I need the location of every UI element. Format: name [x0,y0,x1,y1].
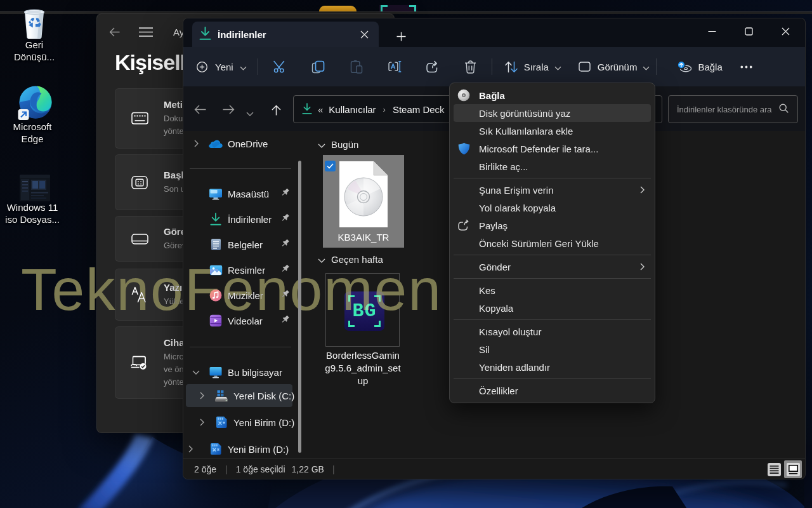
search-box[interactable]: İndirilenler klasöründe ara [668,95,798,123]
win11-folder-icon [2,173,63,202]
menu-separator [454,252,651,258]
file-kb3aik-tr[interactable]: KB3AIK_TR [323,155,404,248]
chevron-right-icon[interactable] [198,392,206,399]
chevron-right-icon[interactable] [187,445,194,453]
desktop-icon-recycle-bin[interactable]: GeriDönüşü... [4,6,65,63]
watermark-text: TeknoFenomen [21,256,442,324]
desktop-folder-icon [209,187,223,201]
trash-icon [464,60,478,74]
documents-folder-icon [209,237,223,251]
menu-item-kes[interactable]: Kes [454,281,651,299]
nav-back-icon[interactable] [194,105,206,117]
new-volume-icon [210,443,222,455]
menu-item-kısayol-oluştur[interactable]: Kısayol oluştur [454,323,651,340]
large-icons-view-button[interactable] [784,460,802,478]
breadcrumb-overflow-chevrons[interactable]: « [318,104,323,115]
share-icon [426,60,440,73]
delete-button[interactable] [464,60,478,74]
plus-circle-icon [195,60,209,74]
local-disk-icon [214,390,228,402]
file-name[interactable]: BorderlessGaming9.5.6_admin_setup [318,349,407,387]
menu-item-yol-olarak-kopyala[interactable]: Yol olarak kopyala [454,199,651,217]
command-bar: Yeni Sırala Görünüm Bağla [183,47,805,86]
toolbar-separator [656,58,657,75]
new-volume-icon [209,442,223,456]
menu-item-şuna-erişim-verin[interactable]: Şuna Erişim verin [454,181,651,199]
new-tab-button[interactable] [393,28,409,44]
nav-item-yerel-disk-c-[interactable]: Yerel Disk (C:) [186,384,292,407]
menu-item-gönder[interactable]: Gönder [454,258,651,276]
download-arrow-icon [199,27,211,40]
cut-button[interactable] [273,60,287,74]
chevron-right-icon[interactable] [192,140,200,147]
share-icon [457,220,470,231]
menu-item-microsoft-defender-ile-tara[interactable]: Microsoft Defender ile tara... [454,140,651,157]
menu-separator [454,175,651,181]
breadcrumb-steam-deck[interactable]: Steam Deck [393,104,445,115]
nav-up-icon[interactable] [272,105,281,118]
submenu-chevron-icon [640,262,645,272]
menu-item-label: Birlikte aç... [479,161,528,172]
nav-item-label: Yeni Birim (D:) [233,417,294,428]
status-bar: 2 öğe | 1 öğe seçildi 1,22 GB | [183,458,805,479]
menu-item-birlikte-aç[interactable]: Birlikte aç... [454,157,651,175]
chevron-right-icon[interactable] [198,418,206,426]
see-more-button[interactable] [740,65,752,69]
new-volume-icon [214,415,228,429]
device-usage-icon [131,356,148,370]
menu-item-bağla[interactable]: Bağla [454,86,651,104]
nav-item-label: İndirilenler [228,214,272,225]
desktop-icon-windows11-iso-folder[interactable]: Windows 11iso Dosyas... [2,173,63,225]
group-header-bug-n[interactable]: Bugün [318,139,358,150]
rename-button[interactable] [388,60,402,74]
menu-item-label: Microsoft Defender ile tara... [479,144,598,154]
taskbar-icon [115,217,164,261]
menu-item-disk-görüntüsünü-yaz[interactable]: Disk görüntüsünü yaz [454,104,651,122]
selected-count: 1 öğe seçildi [236,464,285,474]
minimize-button[interactable] [693,18,730,44]
menu-item-önceki-sürümleri-geri-yükle[interactable]: Önceki Sürümleri Geri Yükle [454,234,651,252]
nav-item-yeni-birim-d-[interactable]: Yeni Birim (D:) [186,411,292,434]
close-button[interactable] [767,18,804,44]
nav-item-onedrive[interactable]: OneDrive [186,132,292,155]
copy-button[interactable] [311,60,325,74]
hamburger-menu-icon[interactable] [139,27,153,39]
new-button[interactable]: Yeni [195,60,247,74]
chevron-down-icon[interactable] [192,370,200,375]
tab-title: İndirilenler [218,29,266,40]
menu-item-yeniden-adlandır[interactable]: Yeniden adlandır [454,358,651,376]
menu-item-label: Kopyala [479,303,513,314]
view-button[interactable]: Görünüm [578,60,650,74]
menu-item-sil[interactable]: Sil [454,340,651,358]
selected-checkbox[interactable] [325,161,336,171]
nav-forward-icon[interactable] [223,105,235,117]
mount-button[interactable]: Bağla [676,60,722,74]
nav-item-i-ndirilenler[interactable]: İndirilenler [186,208,292,231]
menu-item-kopyala[interactable]: Kopyala [454,299,651,317]
pin-icon [281,213,291,223]
search-icon[interactable] [779,104,789,115]
menu-item-paylaş[interactable]: Paylaş [454,217,651,234]
explorer-tab-downloads[interactable]: İndirilenler [192,22,379,47]
nav-item-belgeler[interactable]: Belgeler [186,233,292,256]
details-view-button[interactable] [768,463,781,476]
paste-button[interactable] [350,60,363,74]
nav-history-chevron-icon[interactable] [246,107,254,119]
menu-item-sık-kullanılanlara-ekle[interactable]: Sık Kullanılanlara ekle [454,122,651,140]
back-arrow-icon[interactable] [109,27,120,39]
desktop-icon-microsoft-edge[interactable]: MicrosoftEdge [2,84,63,145]
toolbar-separator [258,58,258,75]
menu-item-özellikler[interactable]: Özellikler [454,382,651,399]
menu-item-label: Sık Kullanılanlara ekle [479,126,573,137]
documents-icon [211,238,221,251]
sort-button[interactable]: Sırala [504,60,561,74]
maximize-button[interactable] [730,18,767,44]
delete-icon [464,60,476,74]
nav-item-masa-st-[interactable]: Masaüstü [186,182,292,205]
share-button[interactable] [426,60,440,74]
nav-item-bu-bilgisayar[interactable]: Bu bilgisayar [186,361,292,384]
touch-keyboard-icon [115,89,164,148]
breadcrumb-users[interactable]: Kullanıcılar [329,104,376,115]
tab-close-icon[interactable] [358,28,370,41]
nav-item-yeni-birim-d-[interactable]: Yeni Birim (D:) [186,438,292,460]
